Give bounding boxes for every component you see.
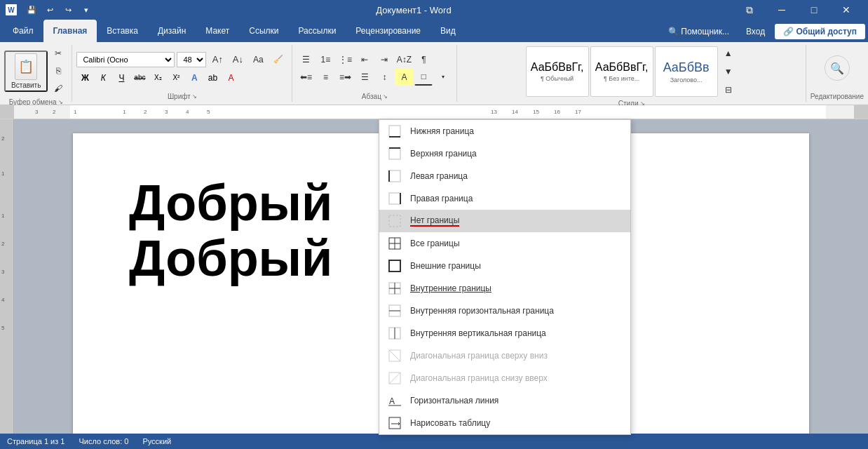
cut-button[interactable]: ✂: [49, 45, 67, 62]
inner-h-border-icon: [388, 304, 402, 318]
menu-item-inner-borders[interactable]: Внутренние границы: [379, 277, 630, 300]
tab-home[interactable]: Главная: [43, 20, 97, 42]
minimize-button[interactable]: ─: [766, 0, 798, 20]
borders-button[interactable]: □: [414, 69, 433, 86]
search-button[interactable]: 🔍: [825, 55, 850, 81]
close-button[interactable]: ✕: [830, 0, 862, 20]
menu-item-draw-table[interactable]: Нарисовать таблицу: [379, 412, 630, 434]
svg-text:5: 5: [1, 325, 5, 331]
menu-item-no-border[interactable]: Нет границы: [379, 210, 630, 232]
menu-item-bottom-border[interactable]: Нижняя граница: [379, 120, 630, 142]
draw-table-icon: [388, 416, 402, 430]
font-color-button[interactable]: A: [222, 70, 239, 86]
paste-button[interactable]: 📋 Вставить: [4, 51, 48, 92]
menu-item-all-borders[interactable]: Все границы: [379, 232, 630, 255]
sort-button[interactable]: A↕Z: [395, 51, 413, 68]
tab-mailings[interactable]: Рассылки: [289, 20, 346, 42]
redo-button[interactable]: ↪: [60, 2, 76, 18]
font-name-select[interactable]: Calibri (Осно: [76, 52, 175, 67]
save-button[interactable]: 💾: [24, 2, 39, 18]
tab-review[interactable]: Рецензирование: [346, 20, 430, 42]
top-border-icon: [388, 147, 402, 161]
svg-text:3: 3: [1, 269, 5, 275]
justify-button[interactable]: ☰: [355, 69, 374, 86]
decrease-indent-button[interactable]: ⇤: [355, 51, 374, 68]
bold-button[interactable]: Ж: [76, 70, 93, 86]
maximize-button[interactable]: □: [798, 0, 830, 20]
svg-line-41: [389, 350, 400, 361]
superscript-button[interactable]: X²: [168, 70, 184, 86]
menu-item-diag-up[interactable]: Диагональная граница снизу вверх: [379, 367, 630, 389]
style-heading[interactable]: АаБбВв Заголово...: [655, 46, 718, 97]
helper-button[interactable]: 🔍 Помощник...: [661, 24, 736, 39]
style-scroll-down[interactable]: ▼: [719, 63, 738, 80]
clear-format-button[interactable]: 🧹: [269, 51, 287, 68]
subscript-button[interactable]: X₂: [149, 70, 166, 86]
undo-button[interactable]: ↩: [42, 2, 57, 18]
tab-layout[interactable]: Макет: [196, 20, 239, 42]
qat-dropdown-button[interactable]: ▾: [79, 2, 94, 18]
ribbon-tabs: Файл Главная Вставка Дизайн Макет Ссылки…: [0, 20, 868, 42]
para-content: ☰ 1≡ ⋮≡ ⇤ ⇥ A↕Z ¶ ⬅≡ ≡ ≡➡ ☰ ↕ A □ ▾: [297, 45, 452, 91]
increase-indent-button[interactable]: ⇥: [375, 51, 393, 68]
font-size-select[interactable]: 48: [177, 52, 206, 67]
svg-text:1: 1: [123, 109, 126, 115]
text-highlight-button[interactable]: ab: [204, 70, 221, 86]
format-painter-button[interactable]: 🖌: [49, 80, 67, 97]
style-more[interactable]: ⊟: [719, 81, 738, 98]
para-expand-icon[interactable]: ↘: [383, 93, 388, 100]
share-button[interactable]: 🔗 Общий доступ: [775, 24, 865, 39]
menu-item-right-border[interactable]: Правая граница: [379, 187, 630, 210]
para-buttons: ☰ 1≡ ⋮≡ ⇤ ⇥ A↕Z ¶ ⬅≡ ≡ ≡➡ ☰ ↕ A □ ▾: [297, 51, 452, 86]
svg-text:5: 5: [207, 109, 210, 115]
svg-text:13: 13: [491, 109, 497, 115]
menu-item-h-line[interactable]: A Горизонтальная линия: [379, 389, 630, 412]
font-expand-icon[interactable]: ↘: [192, 93, 197, 100]
ruler-main: 3 2 1 1 2 3 4 5 13 14 15 16 17: [14, 105, 854, 119]
numbering-button[interactable]: 1≡: [316, 51, 334, 68]
font-grow-button[interactable]: A↑: [208, 51, 226, 68]
style-normal[interactable]: АаБбВвГг, ¶ Обычный: [526, 46, 589, 97]
change-case-button[interactable]: Aa: [249, 51, 267, 68]
shading-button[interactable]: A: [395, 69, 413, 86]
multilevel-button[interactable]: ⋮≡: [336, 51, 354, 68]
svg-text:A: A: [389, 396, 395, 406]
window-controls: ⧉ ─ □ ✕: [733, 0, 862, 20]
tab-view[interactable]: Вид: [430, 20, 466, 42]
login-button[interactable]: Вход: [739, 24, 772, 39]
menu-item-diag-down[interactable]: Диагональная граница сверху вниз: [379, 344, 630, 367]
menu-item-inner-v-border[interactable]: Внутренняя вертикальная граница: [379, 322, 630, 344]
menu-item-top-border[interactable]: Верхняя граница: [379, 142, 630, 165]
menu-item-outer-borders[interactable]: Внешние границы: [379, 255, 630, 277]
menu-item-inner-h-border[interactable]: Внутренняя горизонтальная граница: [379, 300, 630, 322]
font-shrink-button[interactable]: A↓: [229, 51, 247, 68]
window-title: Документ1 - Word: [94, 5, 733, 15]
align-left-button[interactable]: ⬅≡: [297, 69, 315, 86]
restore-button[interactable]: ⧉: [733, 0, 766, 20]
line-spacing-button[interactable]: ↕: [375, 69, 393, 86]
tab-refs[interactable]: Ссылки: [239, 20, 288, 42]
tab-file[interactable]: Файл: [3, 20, 43, 42]
italic-button[interactable]: К: [95, 70, 111, 86]
style-no-spacing[interactable]: АаБбВвГг, ¶ Без инте...: [590, 46, 653, 97]
show-marks-button[interactable]: ¶: [414, 51, 433, 68]
borders-dropdown[interactable]: ▾: [434, 69, 452, 86]
copy-button[interactable]: ⎘: [49, 62, 67, 79]
text-effect-button[interactable]: A: [186, 70, 203, 86]
ruler-ticks: 3 2 1 1 2 3 4 5 13 14 15 16 17: [14, 105, 854, 119]
style-scroll-up[interactable]: ▲: [719, 45, 738, 62]
ruler-side-right: [854, 105, 868, 119]
editing-label: Редактирование: [811, 91, 864, 102]
tab-insert[interactable]: Вставка: [97, 20, 148, 42]
ribbon-group-font: Calibri (Осно 48 A↑ A↓ Aa 🧹 Ж К Ч abc X₂: [72, 45, 292, 102]
tab-design[interactable]: Дизайн: [148, 20, 196, 42]
menu-item-left-border[interactable]: Левая граница: [379, 165, 630, 187]
paste-icon: 📋: [15, 53, 37, 80]
bullets-button[interactable]: ☰: [297, 51, 315, 68]
underline-button[interactable]: Ч: [113, 70, 130, 86]
align-right-button[interactable]: ≡➡: [336, 69, 354, 86]
strikethrough-button[interactable]: abc: [131, 70, 148, 86]
language-info: Русский: [142, 437, 171, 445]
clipboard-expand-icon[interactable]: ↘: [58, 99, 63, 105]
align-center-button[interactable]: ≡: [316, 69, 334, 86]
